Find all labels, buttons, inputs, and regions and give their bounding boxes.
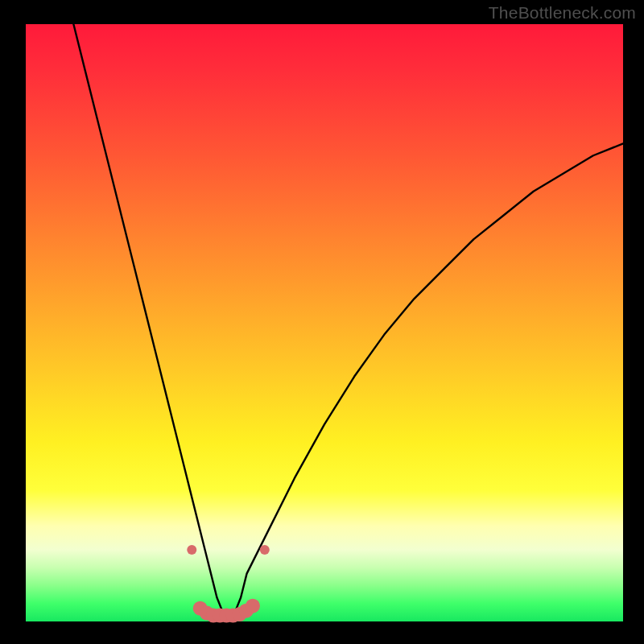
watermark-text: TheBottleneck.com — [489, 3, 636, 23]
svg-point-9 — [187, 545, 196, 555]
svg-point-8 — [246, 599, 260, 613]
outer-frame: TheBottleneck.com — [0, 0, 644, 644]
bottleneck-curve — [73, 24, 623, 616]
svg-point-10 — [260, 545, 270, 555]
bottleneck-chart — [26, 24, 623, 621]
bottom-band-markers — [193, 599, 260, 623]
